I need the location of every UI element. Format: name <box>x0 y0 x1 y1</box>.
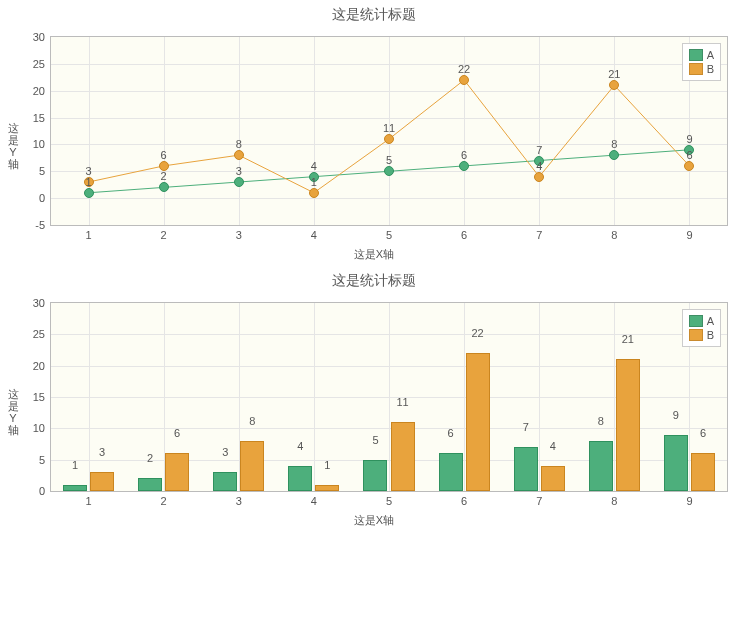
data-label: 9 <box>686 133 692 145</box>
y-tick: 15 <box>33 112 51 124</box>
data-point <box>459 75 469 85</box>
y-tick: 25 <box>33 328 51 340</box>
x-tick: 2 <box>161 225 167 241</box>
legend-swatch-b <box>689 329 703 341</box>
data-point <box>384 134 394 144</box>
x-tick: 5 <box>386 491 392 507</box>
x-tick: 6 <box>461 491 467 507</box>
bar <box>691 453 715 491</box>
data-point <box>534 172 544 182</box>
y-tick: 20 <box>33 360 51 372</box>
data-label: 4 <box>311 160 317 172</box>
data-label: 22 <box>472 327 484 339</box>
data-label: 6 <box>161 149 167 161</box>
data-label: 8 <box>236 138 242 150</box>
data-label: 21 <box>608 68 620 80</box>
bar <box>138 478 162 491</box>
data-label: 1 <box>72 459 78 471</box>
data-label: 6 <box>700 427 706 439</box>
x-tick: 9 <box>686 491 692 507</box>
data-label: 3 <box>222 446 228 458</box>
legend-item-a: A <box>689 314 714 328</box>
y-tick: 15 <box>33 391 51 403</box>
bar <box>664 435 688 491</box>
data-label: 11 <box>383 122 395 134</box>
legend-swatch-a <box>689 49 703 61</box>
x-tick: 9 <box>686 225 692 241</box>
data-label: 3 <box>236 165 242 177</box>
x-axis-label: 这是X轴 <box>0 513 748 528</box>
data-label: 6 <box>448 427 454 439</box>
data-label: 7 <box>523 421 529 433</box>
data-label: 22 <box>458 63 470 75</box>
data-label: 4 <box>550 440 556 452</box>
bar <box>439 453 463 491</box>
x-tick: 3 <box>236 491 242 507</box>
data-label: 8 <box>249 415 255 427</box>
x-axis-label: 这是X轴 <box>0 247 748 262</box>
legend-item-b: B <box>689 328 714 342</box>
gridline-v <box>314 303 315 491</box>
data-point <box>309 188 319 198</box>
data-label: 8 <box>611 138 617 150</box>
data-label: 2 <box>147 452 153 464</box>
y-tick: 25 <box>33 58 51 70</box>
line-chart: 这是统计标题 这是Y轴 A B -50510152025301234567891… <box>0 0 748 266</box>
y-tick: 5 <box>39 454 51 466</box>
x-tick: 3 <box>236 225 242 241</box>
legend-swatch-a <box>689 315 703 327</box>
y-tick: 30 <box>33 297 51 309</box>
bar <box>514 447 538 491</box>
chart-title: 这是统计标题 <box>0 0 748 26</box>
data-point <box>609 80 619 90</box>
x-tick: 2 <box>161 491 167 507</box>
data-point <box>84 188 94 198</box>
y-tick: -5 <box>35 219 51 231</box>
bar <box>213 472 237 491</box>
x-tick: 8 <box>611 225 617 241</box>
data-point <box>234 177 244 187</box>
y-tick: 20 <box>33 85 51 97</box>
y-tick: 10 <box>33 138 51 150</box>
bar <box>240 441 264 491</box>
bar <box>165 453 189 491</box>
plot-area: A B -50510152025301234567891234567893681… <box>50 36 728 226</box>
plot-area: A B 051015202530123456789123456789368111… <box>50 302 728 492</box>
legend-label: B <box>707 328 714 342</box>
bar <box>363 460 387 491</box>
y-axis-label: 这是Y轴 <box>6 122 20 170</box>
bar <box>63 485 87 491</box>
legend-label: B <box>707 62 714 76</box>
data-label: 8 <box>598 415 604 427</box>
x-tick: 8 <box>611 491 617 507</box>
bar <box>541 466 565 491</box>
data-label: 1 <box>85 176 91 188</box>
data-label: 4 <box>536 160 542 172</box>
x-tick: 1 <box>85 491 91 507</box>
legend-label: A <box>707 314 714 328</box>
y-tick: 10 <box>33 422 51 434</box>
bar <box>90 472 114 491</box>
data-label: 6 <box>686 149 692 161</box>
data-point <box>459 161 469 171</box>
data-label: 7 <box>536 144 542 156</box>
bar <box>315 485 339 491</box>
data-label: 2 <box>161 170 167 182</box>
legend-label: A <box>707 48 714 62</box>
gridline-v <box>539 303 540 491</box>
data-label: 5 <box>386 154 392 166</box>
gridline-v <box>89 303 90 491</box>
y-axis-label: 这是Y轴 <box>6 388 20 436</box>
data-label: 4 <box>297 440 303 452</box>
data-label: 3 <box>99 446 105 458</box>
bar <box>466 353 490 491</box>
legend-item-a: A <box>689 48 714 62</box>
legend-swatch-b <box>689 63 703 75</box>
data-point <box>384 166 394 176</box>
x-tick: 7 <box>536 491 542 507</box>
x-tick: 6 <box>461 225 467 241</box>
legend: A B <box>682 309 721 347</box>
data-point <box>234 150 244 160</box>
bar-chart: 这是统计标题 这是Y轴 A B 051015202530123456789123… <box>0 266 748 532</box>
data-point <box>684 161 694 171</box>
